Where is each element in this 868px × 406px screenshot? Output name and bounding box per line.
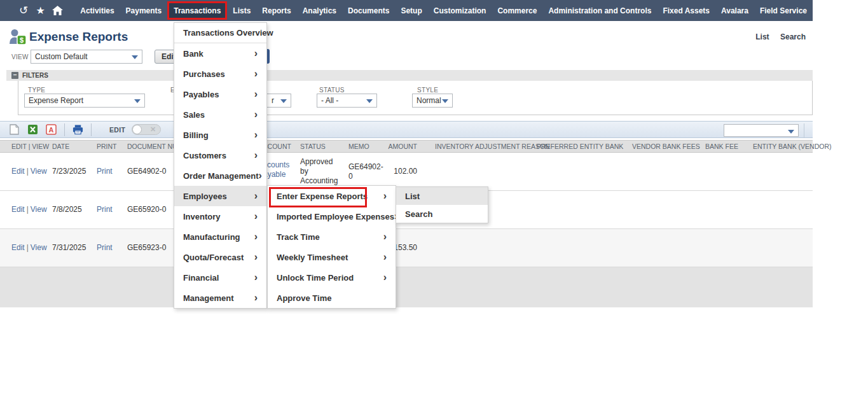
col-header-memo[interactable]: MEMO xyxy=(340,141,384,152)
menu-item-approve-time[interactable]: Approve Time xyxy=(268,288,396,308)
nav-customization[interactable]: Customization xyxy=(428,0,492,21)
type-select[interactable]: Expense Report xyxy=(24,94,145,108)
edit-link[interactable]: Edit xyxy=(11,205,25,214)
list-footer-band xyxy=(0,267,813,307)
print-icon[interactable] xyxy=(72,124,83,135)
menu-item-label: Search xyxy=(405,209,432,219)
view-link[interactable]: View xyxy=(31,205,47,214)
view-link[interactable]: View xyxy=(31,243,47,253)
menu-item-payables[interactable]: Payables› xyxy=(174,84,266,104)
menu-item-label: Billing xyxy=(183,130,209,140)
submenu-arrow-icon: › xyxy=(254,89,258,99)
list-toolbar: A EDIT ✕ xyxy=(0,121,813,138)
cell-inventory-adjustment-reason xyxy=(422,229,524,267)
nav-transactions[interactable]: Transactions xyxy=(167,1,227,20)
menu-item-enter-expense-reports[interactable]: Enter Expense Reports› xyxy=(268,186,396,206)
menu-item-label: Customers xyxy=(183,151,226,160)
print-link[interactable]: Print xyxy=(97,167,113,176)
cell-date: 7/23/2025 xyxy=(52,153,97,190)
submenu-arrow-icon: › xyxy=(254,191,258,201)
nav-fixed-assets[interactable]: Fixed Assets xyxy=(657,0,715,21)
col-header-status[interactable]: STATUS xyxy=(291,141,340,152)
cell-entity-bank-vendor xyxy=(740,191,801,228)
star-icon[interactable]: ★ xyxy=(32,0,48,21)
menu-item-list[interactable]: List xyxy=(396,187,488,205)
col-header-bank-fee[interactable]: BANK FEE xyxy=(692,141,740,152)
status-select[interactable]: - All - xyxy=(317,94,377,108)
submenu-arrow-icon: › xyxy=(254,109,258,120)
menu-item-employees[interactable]: Employees› xyxy=(174,186,266,206)
pdf-export-icon[interactable]: A xyxy=(46,124,57,135)
menu-item-label: Weekly Timesheet xyxy=(277,253,348,262)
menu-item-label: Approve Time xyxy=(277,293,331,303)
type-select-value: Expense Report xyxy=(29,96,83,105)
cell-date: 7/8/2025 xyxy=(52,191,97,228)
col-header-inventory-adjustment-reason[interactable]: INVENTORY ADJUSTMENT REASON xyxy=(422,141,524,152)
excel-export-icon[interactable] xyxy=(27,124,38,135)
menu-item-weekly-timesheet[interactable]: Weekly Timesheet› xyxy=(268,247,396,267)
col-header-preferred-entity-bank[interactable]: PREFERRED ENTITY BANK xyxy=(524,141,619,152)
collapse-filters-icon[interactable]: – xyxy=(11,72,18,79)
menu-item-transactions-overview[interactable]: Transactions Overview xyxy=(174,23,266,43)
print-link[interactable]: Print xyxy=(97,205,113,214)
search-link[interactable]: Search xyxy=(780,32,806,41)
menu-item-quota-forecast[interactable]: Quota/Forecast› xyxy=(174,247,266,267)
cell-edit-view: Edit|View xyxy=(11,191,52,228)
nav-field-service[interactable]: Field Service xyxy=(754,0,813,21)
quick-sort-select[interactable] xyxy=(724,124,799,137)
cell-vendor-bank-fees xyxy=(619,229,692,267)
csv-export-icon[interactable] xyxy=(9,124,20,135)
col-header-edit-view[interactable]: EDIT | VIEW xyxy=(11,141,52,152)
cell-edit-view: Edit|View xyxy=(11,229,52,267)
view-select[interactable]: Custom Default xyxy=(31,50,142,64)
edit-toggle[interactable]: ✕ xyxy=(132,124,161,135)
cell-vendor-bank-fees xyxy=(619,153,692,190)
submenu-arrow-icon: › xyxy=(258,171,261,181)
home-icon[interactable] xyxy=(49,0,65,21)
menu-item-label: Payables xyxy=(183,90,219,99)
menu-item-financial[interactable]: Financial› xyxy=(174,267,266,288)
menu-item-customers[interactable]: Customers› xyxy=(174,145,266,165)
edit-link[interactable]: Edit xyxy=(11,167,25,176)
nav-label: Field Service xyxy=(760,6,807,15)
cell-vendor-bank-fees xyxy=(619,191,692,228)
nav-setup[interactable]: Setup xyxy=(395,0,427,21)
list-link[interactable]: List xyxy=(755,32,769,41)
menu-item-search[interactable]: Search xyxy=(396,205,488,223)
menu-item-order-management[interactable]: Order Management› xyxy=(174,165,266,186)
style-select-value: Normal xyxy=(417,96,441,105)
menu-item-sales[interactable]: Sales› xyxy=(174,104,266,125)
cell-date: 7/31/2025 xyxy=(52,229,97,267)
nav-commerce[interactable]: Commerce xyxy=(492,0,542,21)
menu-item-billing[interactable]: Billing› xyxy=(174,125,266,145)
col-header-vendor-bank-fees[interactable]: VENDOR BANK FEES xyxy=(619,141,692,152)
col-header-print[interactable]: PRINT xyxy=(97,141,127,152)
menu-item-inventory[interactable]: Inventory› xyxy=(174,206,266,227)
col-header-date[interactable]: DATE xyxy=(52,141,97,152)
menu-item-bank[interactable]: Bank› xyxy=(174,43,266,64)
menu-item-purchases[interactable]: Purchases› xyxy=(174,64,266,84)
history-icon[interactable]: ↺ xyxy=(15,0,32,21)
view-link[interactable]: View xyxy=(31,167,47,176)
print-link[interactable]: Print xyxy=(97,243,113,253)
nav-payments[interactable]: Payments xyxy=(120,0,168,21)
nav-avalara[interactable]: Avalara xyxy=(715,0,754,21)
menu-item-manufacturing[interactable]: Manufacturing› xyxy=(174,227,266,247)
menu-item-imported-employee-expenses[interactable]: Imported Employee Expenses› xyxy=(268,206,396,227)
nav-activities[interactable]: Activities xyxy=(74,0,120,21)
nav-analytics[interactable]: Analytics xyxy=(297,0,342,21)
edit-link[interactable]: Edit xyxy=(11,243,25,253)
status-label: STATUS xyxy=(319,87,345,94)
col-header-entity-bank-vendor[interactable]: ENTITY BANK (VENDOR) xyxy=(740,141,801,152)
menu-item-track-time[interactable]: Track Time› xyxy=(268,227,396,247)
menu-item-label: Transactions Overview xyxy=(183,28,273,38)
col-header-amount[interactable]: AMOUNT xyxy=(384,141,422,152)
menu-item-management[interactable]: Management› xyxy=(174,288,266,308)
menu-item-unlock-time-period[interactable]: Unlock Time Period› xyxy=(268,267,396,288)
style-select[interactable]: Normal xyxy=(412,94,453,108)
menu-item-label: Unlock Time Period xyxy=(277,273,354,283)
nav-administration[interactable]: Administration and Controls xyxy=(542,0,657,21)
nav-lists[interactable]: Lists xyxy=(227,0,256,21)
nav-reports[interactable]: Reports xyxy=(256,0,296,21)
nav-documents[interactable]: Documents xyxy=(342,0,395,21)
